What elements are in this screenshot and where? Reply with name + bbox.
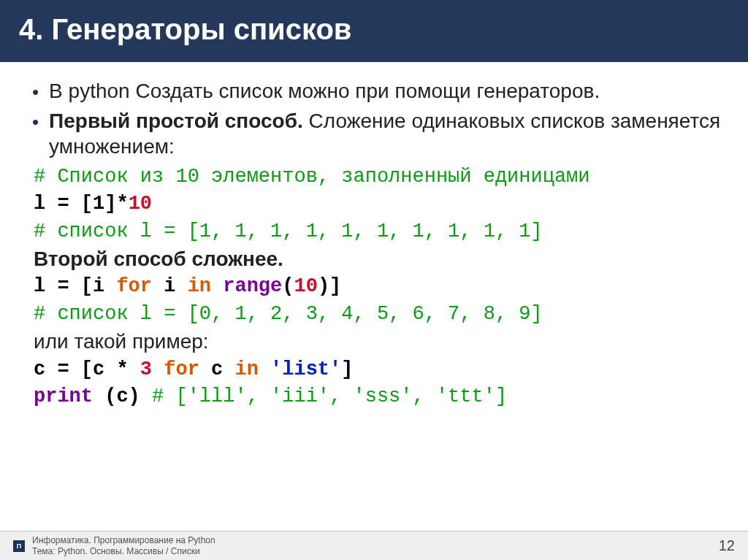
c5-sp xyxy=(211,275,223,297)
bullet-2: • Первый простой способ. Сложение одинак… xyxy=(32,108,723,159)
bullet-2-bold: Первый простой способ. xyxy=(49,110,303,132)
footer-left: П Информатика. Программирование на Pytho… xyxy=(13,535,215,556)
c8-for: for xyxy=(164,358,199,380)
code-comment-3: # список l = [0, 1, 2, 3, 4, 5, 6, 7, 8,… xyxy=(34,301,723,328)
slide-content: • В python Создать список можно при помо… xyxy=(0,62,748,531)
code-line-9: print (c) # ['lll', 'iii', 'sss', 'ttt'] xyxy=(34,383,723,410)
c5-in: in xyxy=(188,275,211,297)
code-l4-text: Второй способ сложнее. xyxy=(34,248,283,270)
code-line-2: l = [1]*10 xyxy=(34,191,723,218)
c8-sp2 xyxy=(259,358,270,380)
code-comment-1: # Список из 10 элементов, заполненный ед… xyxy=(34,164,723,191)
c8-in: in xyxy=(234,358,258,380)
c9-comment: # ['lll', 'iii', 'sss', 'ttt'] xyxy=(152,386,507,407)
c9-args: (c) xyxy=(93,386,152,407)
c8-str: 'list' xyxy=(270,358,341,380)
code-line-7: или такой пример: xyxy=(34,328,723,356)
c5-mid: i xyxy=(152,275,188,297)
code-comment-2: # список l = [1, 1, 1, 1, 1, 1, 1, 1, 1,… xyxy=(34,218,723,245)
footer-line-2: Тема: Python. Основы. Массивы / Списки xyxy=(32,546,215,556)
bullet-1-text: В python Создать список можно при помощи… xyxy=(49,78,600,104)
c5-num: 10 xyxy=(294,275,317,297)
code-l2-pre: l = [1]* xyxy=(34,193,129,215)
c8-pre: c = [c * xyxy=(34,358,140,380)
code-block: # Список из 10 элементов, заполненный ед… xyxy=(34,164,723,410)
c7-text: или такой пример: xyxy=(34,330,209,353)
c5-range: range xyxy=(223,275,282,297)
bullet-1: • В python Создать список можно при помо… xyxy=(32,78,723,104)
slide-header: 4. Генераторы списков xyxy=(0,0,748,62)
c8-close: ] xyxy=(341,358,353,380)
bullet-dot-icon: • xyxy=(32,112,39,131)
footer-lines: Информатика. Программирование на Python … xyxy=(32,535,215,556)
c5-po: ( xyxy=(282,275,294,297)
code-line-8: c = [c * 3 for c in 'list'] xyxy=(34,356,723,383)
slide-footer: П Информатика. Программирование на Pytho… xyxy=(0,531,748,560)
footer-line-1: Информатика. Программирование на Python xyxy=(32,535,215,545)
slide-title: 4. Генераторы списков xyxy=(19,13,729,46)
c5-close: ] xyxy=(329,275,341,297)
code-line-4: Второй способ сложнее. xyxy=(34,245,723,274)
c9-print: print xyxy=(34,386,93,407)
c8-mid: c xyxy=(199,358,235,380)
c5-for: for xyxy=(116,275,152,297)
bullet-dot-icon: • xyxy=(32,83,39,101)
bullet-2-text: Первый простой способ. Сложение одинаков… xyxy=(49,108,723,159)
page-number: 12 xyxy=(719,537,735,554)
c8-sp xyxy=(152,358,164,380)
c5-pre: l = [i xyxy=(34,275,116,297)
slide: 4. Генераторы списков • В python Создать… xyxy=(0,0,748,560)
c5-pc: ) xyxy=(318,275,329,297)
c8-num: 3 xyxy=(140,358,152,380)
footer-logo-icon: П xyxy=(13,540,25,552)
code-l2-num: 10 xyxy=(129,193,152,215)
code-line-5: l = [i for i in range(10)] xyxy=(34,273,723,300)
